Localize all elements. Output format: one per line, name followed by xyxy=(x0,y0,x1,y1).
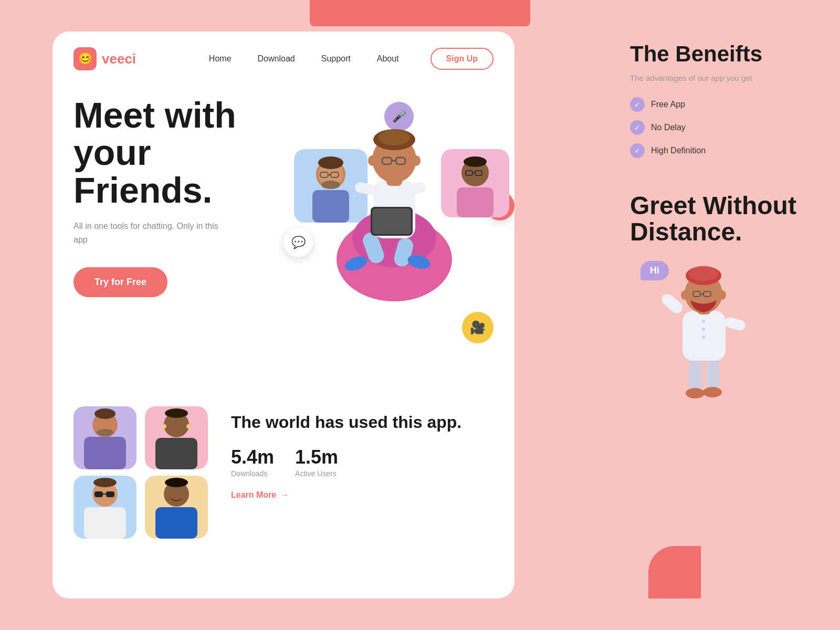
hero-illustration: 🎤 💬 👤 🎥 xyxy=(273,81,514,385)
svg-rect-52 xyxy=(689,355,702,392)
stats-content: The world has used this app. 5.4m Downlo… xyxy=(231,406,494,500)
benefits-subtitle: The advantages of our app you get xyxy=(630,72,798,85)
benefit-high-def-label: High Definition xyxy=(651,146,706,155)
svg-rect-39 xyxy=(155,438,197,469)
svg-rect-50 xyxy=(155,507,197,539)
hero-section: Meet with your Friends. All in one tools… xyxy=(52,86,514,391)
video-float-icon: 🎥 xyxy=(462,312,494,343)
logo-face-icon: 😊 xyxy=(78,52,92,66)
hero-title: Meet with your Friends. xyxy=(74,97,273,209)
nav-download[interactable]: Download xyxy=(258,54,295,64)
signup-button[interactable]: Sign Up xyxy=(430,48,494,70)
nav-links: Home Download Support About xyxy=(209,54,399,64)
svg-point-32 xyxy=(368,155,376,166)
svg-rect-21 xyxy=(354,182,377,196)
greet-character-svg xyxy=(651,256,756,403)
deco-bottom-right xyxy=(648,546,701,598)
avatar-thumb-1 xyxy=(74,406,136,469)
svg-point-48 xyxy=(93,478,117,487)
benefit-free-app: ✓ Free App xyxy=(630,97,798,112)
stats-numbers: 5.4m Downloads 1.5m Active Users xyxy=(231,446,494,478)
right-panel: The Beneifts The advantages of our app y… xyxy=(630,32,798,598)
main-character xyxy=(318,97,465,309)
benefit-high-def: ✓ High Definition xyxy=(630,143,798,158)
try-free-button[interactable]: Try for Free xyxy=(74,267,167,297)
svg-point-41 xyxy=(162,424,166,428)
stat-downloads: 5.4m Downloads xyxy=(231,446,274,478)
benefit-no-delay: ✓ No Delay xyxy=(630,120,798,135)
deco-top xyxy=(310,0,530,26)
svg-rect-47 xyxy=(84,507,126,539)
logo-icon: 😊 xyxy=(74,47,97,70)
svg-point-69 xyxy=(681,290,688,300)
check-icon-1: ✓ xyxy=(630,97,645,112)
nav-about[interactable]: About xyxy=(377,54,399,64)
svg-point-37 xyxy=(94,408,116,419)
nav-support[interactable]: Support xyxy=(321,54,351,64)
learn-more-text: Learn More xyxy=(231,490,276,500)
main-card: 😊 veeci Home Download Support About Sign… xyxy=(52,32,514,598)
svg-point-70 xyxy=(719,290,726,300)
benefits-title: The Beneifts xyxy=(630,42,798,66)
check-icon-3: ✓ xyxy=(630,143,645,158)
chat-icon: 💬 xyxy=(291,236,306,249)
main-character-svg xyxy=(318,97,465,307)
avatar-thumb-3 xyxy=(74,476,136,539)
greet-section: Greet Without Distance. Hi xyxy=(630,193,798,403)
stats-headline: The world has used this app. xyxy=(231,412,494,434)
svg-rect-45 xyxy=(106,491,114,497)
svg-point-42 xyxy=(186,424,191,428)
svg-rect-44 xyxy=(94,491,103,497)
svg-point-13 xyxy=(464,156,487,167)
active-users-label: Active Users xyxy=(295,469,338,478)
navigation: 😊 veeci Home Download Support About Sign… xyxy=(52,32,514,86)
svg-point-58 xyxy=(702,328,705,331)
greet-title: Greet Without Distance. xyxy=(630,193,798,246)
svg-point-55 xyxy=(703,387,722,397)
learn-more-link[interactable]: Learn More → xyxy=(231,490,494,500)
svg-point-40 xyxy=(165,408,188,418)
svg-point-59 xyxy=(702,335,705,339)
benefit-no-delay-label: No Delay xyxy=(651,123,686,132)
svg-rect-24 xyxy=(372,208,411,234)
svg-point-54 xyxy=(686,388,705,398)
svg-rect-61 xyxy=(723,317,747,332)
hero-subtitle: All in one tools for chatting. Only in t… xyxy=(74,219,231,246)
arrow-icon: → xyxy=(280,490,289,500)
svg-rect-53 xyxy=(706,355,719,392)
svg-point-65 xyxy=(689,266,718,281)
avatar-grid xyxy=(74,406,210,539)
svg-point-57 xyxy=(702,320,705,323)
page-wrapper: 😊 veeci Home Download Support About Sign… xyxy=(0,0,840,630)
active-users-value: 1.5m xyxy=(295,446,338,468)
svg-rect-36 xyxy=(84,437,126,469)
greet-illustration: Hi xyxy=(630,256,798,403)
avatar-thumb-2 xyxy=(145,406,208,469)
check-icon-2: ✓ xyxy=(630,120,645,135)
chat-float-icon: 💬 xyxy=(284,228,313,257)
svg-point-51 xyxy=(165,478,188,487)
stats-section: The world has used this app. 5.4m Downlo… xyxy=(52,391,514,554)
video-icon: 🎥 xyxy=(470,320,486,335)
svg-point-33 xyxy=(412,155,421,166)
benefits-section: The Beneifts The advantages of our app y… xyxy=(630,42,798,166)
logo: 😊 veeci xyxy=(74,47,136,70)
svg-point-28 xyxy=(379,130,410,145)
avatar-thumb-4 xyxy=(145,476,208,539)
logo-text: veeci xyxy=(102,51,136,67)
benefit-free-app-label: Free App xyxy=(651,100,685,109)
nav-home[interactable]: Home xyxy=(209,54,232,64)
svg-point-35 xyxy=(97,429,113,436)
downloads-value: 5.4m xyxy=(231,446,274,468)
stat-active-users: 1.5m Active Users xyxy=(295,446,338,478)
downloads-label: Downloads xyxy=(231,469,274,478)
